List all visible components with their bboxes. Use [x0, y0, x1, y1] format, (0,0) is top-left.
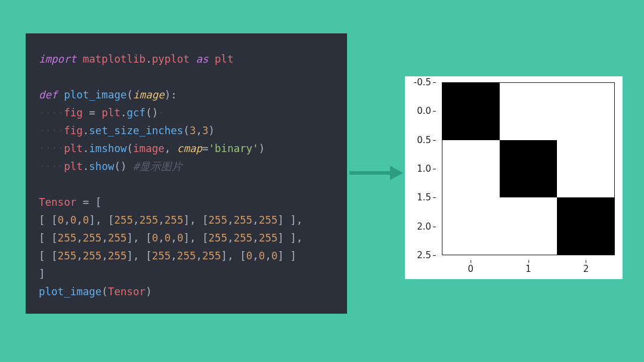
- heatmap-cell: [500, 140, 558, 198]
- lparen: (: [127, 143, 134, 154]
- y-tick-label: 1.0: [401, 163, 431, 174]
- dot: .: [83, 160, 89, 172]
- variable: Tensor: [39, 196, 76, 208]
- trailing-space: ·: [158, 107, 165, 119]
- method: imshow: [89, 143, 126, 154]
- heatmap-cell: [557, 197, 615, 255]
- submodule-name: pyplot: [152, 53, 190, 65]
- rparen: ): [145, 286, 152, 298]
- lparen: (: [183, 125, 190, 137]
- indent-guide: ····: [39, 125, 64, 137]
- number: 3: [190, 125, 196, 137]
- y-tick-label: 0.5: [401, 135, 431, 146]
- arrow-icon: [349, 166, 403, 180]
- method: set_size_inches: [89, 125, 183, 137]
- module-name: matplotlib: [83, 53, 145, 65]
- object: plt: [64, 143, 83, 154]
- keyword-as: as: [196, 53, 208, 65]
- tensor-row-1: [ [255,255,255], [0,0,0], [255,255,255] …: [39, 232, 303, 244]
- argument: image: [133, 143, 165, 154]
- kwarg: cmap: [177, 143, 202, 154]
- indent-guide: ····: [39, 107, 64, 119]
- space: [127, 160, 134, 172]
- y-tick-label: -0.5: [401, 77, 431, 88]
- lparen: (: [101, 286, 108, 298]
- number: 3: [202, 125, 209, 137]
- object: fig: [64, 125, 83, 137]
- heatmap-cell: [442, 82, 500, 140]
- rparen: ): [259, 143, 265, 154]
- tensor-row-2: [ [255,255,255], [255,255,255], [0,0,0] …: [39, 250, 296, 262]
- call: (): [114, 160, 126, 172]
- dot: .: [120, 107, 127, 119]
- close-bracket: ]: [39, 268, 45, 280]
- comma: ,: [165, 143, 177, 154]
- x-tick-label: 0: [468, 264, 474, 274]
- indent-guide: ····: [39, 143, 64, 154]
- op-assign: =: [202, 143, 209, 154]
- x-tick-label: 2: [583, 264, 589, 274]
- arrow-shaft: [349, 171, 392, 175]
- comment: #显示图片: [133, 160, 182, 172]
- op-assign-bracket: = [: [76, 196, 101, 208]
- object: plt: [64, 160, 83, 172]
- dot: .: [83, 125, 89, 137]
- y-tick-label: 0.0: [401, 106, 431, 116]
- plot-output-panel: -0.50.00.51.01.52.02.5 012: [405, 76, 623, 279]
- dot: .: [83, 143, 89, 154]
- object: plt: [101, 107, 120, 119]
- plot-axes: -0.50.00.51.01.52.02.5 012: [442, 82, 615, 255]
- y-tick-label: 1.5: [401, 192, 431, 203]
- keyword-def: def: [39, 89, 58, 101]
- alias-name: plt: [215, 53, 234, 65]
- method: show: [89, 160, 114, 172]
- comma: ,: [196, 125, 202, 137]
- op-assign: =: [83, 107, 102, 119]
- method: gcf: [127, 107, 146, 119]
- string: 'binary': [209, 143, 259, 154]
- indent-guide: ····: [39, 160, 64, 172]
- x-tick-label: 1: [525, 264, 531, 274]
- rparen-colon: ):: [165, 89, 177, 101]
- param-name: image: [133, 89, 165, 101]
- function-call: plot_image: [39, 286, 101, 298]
- call: (): [145, 107, 158, 119]
- variable: fig: [64, 107, 83, 119]
- code-editor-panel: import matplotlib.pyplot as plt def plot…: [26, 33, 347, 314]
- argument: Tensor: [108, 286, 145, 298]
- tensor-row-0: [ [0,0,0], [255,255,255], [255,255,255] …: [39, 214, 303, 226]
- y-tick-label: 2.0: [401, 221, 431, 232]
- keyword-import: import: [39, 53, 76, 65]
- lparen: (: [127, 89, 134, 101]
- rparen: ): [209, 125, 215, 137]
- y-tick-label: 2.5: [401, 250, 431, 261]
- function-name: plot_image: [64, 89, 126, 101]
- dot: .: [145, 53, 152, 65]
